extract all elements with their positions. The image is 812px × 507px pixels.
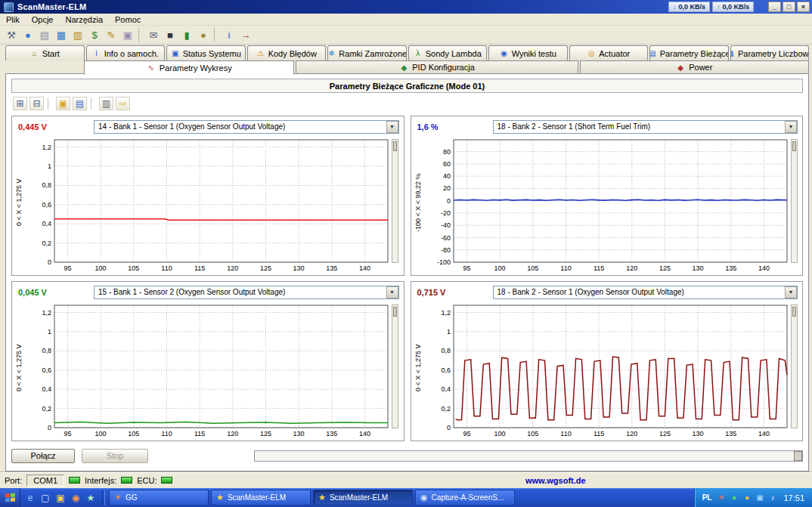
chart-zoom-slider[interactable]	[392, 305, 398, 428]
chart-icon[interactable]: ▦	[54, 27, 69, 42]
tab-power[interactable]: ◆ Power	[580, 60, 809, 74]
slider-handle[interactable]	[792, 307, 796, 317]
arrow-icon: ↓	[673, 3, 677, 11]
tab-row-1: ⌂ Start i Info o samoch. ▣ Status System…	[5, 45, 809, 60]
minimize-button[interactable]: _	[768, 2, 781, 12]
chat-icon[interactable]: ✉	[146, 27, 161, 42]
progress-track[interactable]	[254, 450, 803, 462]
start-button[interactable]	[0, 488, 20, 507]
connect-icon[interactable]: ●	[20, 27, 36, 42]
progress-thumb[interactable]	[794, 451, 802, 461]
close-button[interactable]: ×	[797, 2, 810, 12]
svg-text:140: 140	[758, 430, 769, 437]
tab-icon: ▦	[730, 49, 735, 57]
sensor-select[interactable]: 15 - Bank 1 - Sensor 2 (Oxygen Sensor Ou…	[94, 286, 399, 299]
toolbar-separator[interactable]	[48, 97, 52, 110]
svg-text:1,2: 1,2	[42, 144, 51, 151]
quicklaunch-folder[interactable]: ▣	[54, 490, 67, 505]
tab-info-o-samoch[interactable]: i Info o samoch.	[86, 45, 166, 60]
task-scanmaster-2[interactable]: ★ ScanMaster-ELM	[313, 490, 413, 505]
svg-text:0: 0	[446, 424, 450, 431]
expand-tree-icon[interactable]: ⊞	[13, 97, 27, 110]
menu-plik[interactable]: Plik	[0, 14, 26, 25]
y-axis-label: 0 < X < 1,275 V	[14, 301, 24, 435]
slider-handle[interactable]	[393, 307, 397, 317]
chevron-down-icon[interactable]: ▼	[785, 286, 797, 298]
chevron-down-icon[interactable]: ▼	[785, 121, 797, 133]
tray-app-icon-3[interactable]: ●	[742, 493, 752, 502]
clipboard-icon[interactable]: ▣	[120, 27, 135, 42]
sensor-select[interactable]: 14 - Bank 1 - Sensor 1 (Oxygen Sensor Ou…	[94, 120, 399, 134]
tray-app-icon-2[interactable]: ●	[729, 493, 739, 502]
chart-zoom-slider[interactable]	[392, 139, 398, 263]
toolbar-separator[interactable]	[138, 28, 143, 42]
tools-icon[interactable]: ⚒	[4, 27, 19, 42]
info-icon[interactable]: i	[222, 27, 237, 42]
export-icon[interactable]: ⇨	[116, 97, 130, 110]
svg-text:105: 105	[128, 264, 139, 272]
slider-handle[interactable]	[792, 141, 796, 151]
collapse-tree-icon[interactable]: ⊟	[29, 97, 44, 110]
quicklaunch-app[interactable]: ★	[84, 490, 98, 505]
document-icon[interactable]: ▤	[37, 27, 52, 42]
tab-kody-bledow[interactable]: ⚠ Kody Błędów	[247, 45, 327, 60]
svg-text:95: 95	[64, 430, 71, 437]
tab-ramki-zamrozone[interactable]: ❄ Ramki Zamrożone	[327, 45, 407, 60]
sensor-select-value: 18 - Bank 2 - Sensor 1 (Oxygen Sensor Ou…	[497, 288, 786, 296]
task-scanmaster-1[interactable]: ★ ScanMaster-ELM	[211, 490, 311, 505]
tab-icon: ◆	[676, 63, 685, 72]
exit-icon[interactable]: →	[238, 27, 253, 42]
globe-icon[interactable]: ●	[196, 27, 211, 42]
quick-launch: e ▢ ▣ ◉ ★	[20, 490, 101, 505]
tab-actuator[interactable]: ◎ Actuator	[569, 45, 649, 60]
chart-zoom-slider[interactable]	[791, 139, 798, 263]
tab-parametry-wykresy[interactable]: ∿ Parametry Wykresy	[84, 60, 294, 75]
svg-text:120: 120	[626, 264, 637, 272]
quicklaunch-desktop[interactable]: ▢	[39, 490, 52, 505]
quicklaunch-media[interactable]: ◉	[69, 490, 82, 505]
sensor-select[interactable]: 18 - Bank 2 - Sensor 1 (Short Term Fuel …	[493, 120, 798, 134]
language-indicator[interactable]: PL	[702, 493, 712, 502]
stop-button[interactable]: Stop	[82, 449, 148, 463]
toolbar-separator[interactable]	[91, 97, 95, 110]
toolbar-separator[interactable]	[214, 28, 218, 42]
report-icon[interactable]: ▥	[70, 27, 85, 42]
tab-parametry-biezace[interactable]: ▤ Parametry Bieżące	[649, 45, 729, 60]
menu-opcje[interactable]: Opcje	[26, 14, 60, 25]
task-gg[interactable]: ☀ GG	[109, 490, 209, 505]
print-icon[interactable]: ▥	[99, 97, 113, 110]
tray-app-icon-1[interactable]: ☀	[716, 493, 726, 502]
svg-text:110: 110	[161, 430, 172, 437]
menu-narzedzia[interactable]: Narzędzia	[59, 14, 109, 25]
svg-text:125: 125	[659, 264, 670, 272]
notes-icon[interactable]: ✎	[104, 27, 119, 42]
quicklaunch-browser[interactable]: e	[23, 490, 37, 505]
slider-handle[interactable]	[393, 141, 397, 151]
money-icon[interactable]: $	[87, 27, 102, 42]
tab-sondy-lambda[interactable]: λ Sondy Lambda	[408, 45, 488, 60]
tab-status-systemu[interactable]: ▣ Status Systemu	[166, 45, 246, 60]
system-tray: PL ☀ ● ● ▣ ♪ 17:51	[694, 488, 812, 507]
tray-app-icon-4[interactable]: ▣	[755, 493, 764, 502]
chevron-down-icon[interactable]: ▼	[386, 121, 398, 133]
save-icon[interactable]: ▤	[73, 97, 87, 110]
chevron-down-icon[interactable]: ▼	[386, 286, 398, 298]
tab-start[interactable]: ⌂ Start	[5, 45, 85, 60]
open-icon[interactable]: ▣	[56, 97, 70, 110]
volume-icon[interactable]: ♪	[767, 493, 777, 502]
menu-pomoc[interactable]: Pomoc	[109, 14, 147, 25]
monitor-icon[interactable]: ■	[163, 27, 178, 42]
tab-parametry-liczbowe[interactable]: ▦ Parametry Liczbowe	[730, 45, 810, 60]
tab-icon: ▤	[649, 49, 657, 57]
task-capture[interactable]: ◉ Capture-A-ScreenS...	[415, 490, 515, 505]
website-link[interactable]: www.wgsoft.de	[525, 476, 586, 485]
chart-toolbar: ⊞ ⊟ ▣ ▤ ▥ ⇨	[13, 96, 808, 111]
sensor-select[interactable]: 18 - Bank 2 - Sensor 1 (Oxygen Sensor Ou…	[493, 286, 798, 299]
connect-button[interactable]: Połącz	[11, 449, 75, 463]
tab-pid-konfiguracja[interactable]: ◆ PID Konfiguracja	[296, 60, 578, 74]
tab-wyniki-testu[interactable]: ◉ Wyniki testu	[488, 45, 568, 60]
svg-text:120: 120	[227, 264, 238, 272]
maximize-button[interactable]: □	[783, 2, 795, 12]
battery-icon[interactable]: ▮	[179, 27, 194, 42]
chart-zoom-slider[interactable]	[791, 305, 798, 428]
